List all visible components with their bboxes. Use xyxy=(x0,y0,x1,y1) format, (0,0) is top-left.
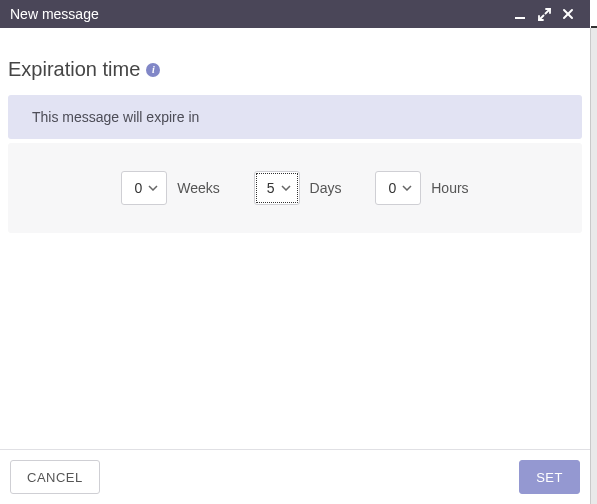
chevron-down-icon xyxy=(281,185,291,191)
weeks-label: Weeks xyxy=(177,180,220,196)
days-unit: 5 Days xyxy=(254,171,342,205)
content-area: Expiration time i This message will expi… xyxy=(0,28,590,449)
set-button[interactable]: SET xyxy=(519,460,580,494)
hours-label: Hours xyxy=(431,180,468,196)
hours-select[interactable]: 0 xyxy=(375,171,421,205)
cancel-button[interactable]: CANCEL xyxy=(10,460,100,494)
window-title: New message xyxy=(10,6,508,22)
compose-window: New message Expiration time i This messa… xyxy=(0,0,590,504)
footer: CANCEL SET xyxy=(0,449,590,504)
expire-banner: This message will expire in xyxy=(8,95,582,139)
duration-picker: 0 Weeks 5 Days xyxy=(8,143,582,233)
titlebar: New message xyxy=(0,0,590,28)
minimize-icon[interactable] xyxy=(508,8,532,20)
info-icon[interactable]: i xyxy=(146,63,160,77)
days-label: Days xyxy=(310,180,342,196)
picker-row: 0 Weeks 5 Days xyxy=(8,171,582,205)
weeks-select[interactable]: 0 xyxy=(121,171,167,205)
days-select[interactable]: 5 xyxy=(254,171,300,205)
weeks-unit: 0 Weeks xyxy=(121,171,219,205)
svg-rect-0 xyxy=(515,17,525,19)
chevron-down-icon xyxy=(148,185,158,191)
expand-icon[interactable] xyxy=(532,8,556,21)
page-title: Expiration time xyxy=(8,58,140,81)
window-edge xyxy=(590,28,597,504)
days-value: 5 xyxy=(267,180,275,196)
heading-row: Expiration time i xyxy=(8,46,582,95)
weeks-value: 0 xyxy=(134,180,142,196)
chevron-down-icon xyxy=(402,185,412,191)
hours-value: 0 xyxy=(388,180,396,196)
hours-unit: 0 Hours xyxy=(375,171,468,205)
close-icon[interactable] xyxy=(556,8,580,20)
